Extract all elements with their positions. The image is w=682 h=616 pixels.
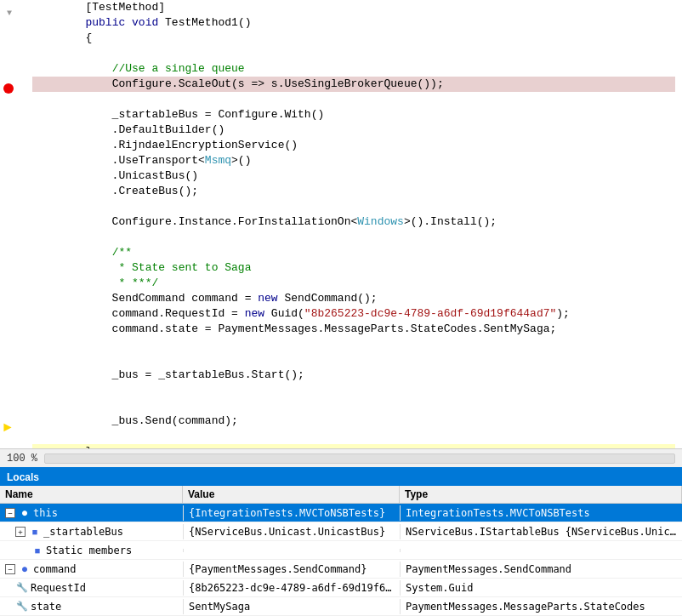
code-line: .RijndaelEncryptionService() (32, 138, 675, 153)
code-line: * State sent to Saga (32, 260, 675, 276)
row-value-startablebus: {NServiceBus.Unicast.UnicastBus} (183, 524, 400, 539)
code-line (32, 199, 675, 214)
row-value-requestid: {8b265223-dc9e-4789-a6df-69d19f644ad7} (183, 580, 400, 596)
locals-rows: − ● this {IntegrationTests.MVCToNSBTests… (0, 504, 682, 616)
locals-header: Locals (0, 469, 682, 486)
code-line: //Use a single queue (32, 61, 675, 77)
code-line: .UseTransport<Msmq>() (32, 153, 675, 168)
row-name-state: 🔧 state (0, 598, 183, 615)
collapse-icon[interactable]: ▼ (7, 9, 12, 18)
code-line (32, 337, 675, 352)
row-type-this: IntegrationTests.MVCToNSBTests (400, 505, 682, 521)
this-icon: ● (18, 506, 31, 520)
state-icon: 🔧 (15, 600, 29, 613)
locals-panel: Locals Name Value Type − ● this {Integra… (0, 467, 682, 616)
locals-table: Name Value Type − ● this {IntegrationTes… (0, 486, 682, 616)
horizontal-scrollbar[interactable] (44, 453, 675, 464)
code-line: .DefaultBuilder() (32, 123, 675, 138)
table-header-row: Name Value Type (0, 486, 682, 504)
table-row[interactable]: − ● this {IntegrationTests.MVCToNSBTests… (0, 504, 682, 522)
code-line: command.RequestId = new Guid("8b265223-d… (32, 306, 675, 322)
row-name-label: RequestId (31, 582, 86, 594)
code-line: .UnicastBus() (32, 168, 675, 184)
code-line: SendCommand command = new SendCommand(); (32, 291, 675, 306)
row-name-startablebus: + ■ _startableBus (0, 523, 183, 540)
code-editor: ▼ ► [TestMethod] public void TestMethod1… (0, 0, 682, 448)
row-name-label: Static members (46, 545, 132, 556)
code-line (32, 398, 675, 414)
row-type-static (400, 549, 682, 552)
requestid-icon: 🔧 (15, 581, 29, 595)
table-row[interactable]: 🔧 state SentMySaga PaymentMessages.Messa… (0, 597, 682, 616)
code-line: command.state = PaymentMessages.MessageP… (32, 322, 675, 337)
code-line (32, 383, 675, 398)
code-lines: [TestMethod] public void TestMethod1() {… (26, 0, 682, 448)
table-row[interactable]: ■ Static members (0, 541, 682, 560)
column-header-value: Value (183, 486, 400, 503)
row-name-label: command (33, 563, 77, 575)
table-row[interactable]: + ■ _startableBus {NServiceBus.Unicast.U… (0, 522, 682, 541)
code-line-current: } (32, 444, 675, 448)
row-value-this: {IntegrationTests.MVCToNSBTests} (183, 505, 400, 521)
editor-gutter: ▼ ► (0, 0, 26, 448)
code-line: Configure.Instance.ForInstallationOn<Win… (32, 214, 675, 230)
row-type-requestid: System.Guid (400, 580, 682, 596)
row-name-label: _startableBus (43, 526, 123, 538)
code-line (32, 429, 675, 444)
execution-arrow: ► (3, 420, 12, 436)
code-line (32, 352, 675, 368)
code-line: _bus = _startableBus.Start(); (32, 368, 675, 383)
row-type-command: PaymentMessages.SendCommand (400, 562, 682, 577)
code-line: * ***/ (32, 276, 675, 291)
code-line: [TestMethod] (32, 0, 675, 15)
zoom-level: 100 % (7, 453, 37, 465)
code-line-highlighted: Configure.ScaleOut(s => s.UseSingleBroke… (32, 77, 675, 92)
row-value-state: SentMySaga (183, 599, 400, 614)
row-type-state: PaymentMessages.MessageParts.StateCodes (400, 599, 682, 614)
expand-button[interactable]: − (5, 508, 15, 518)
row-name-command: − ● command (0, 561, 183, 578)
row-name-this: − ● this (0, 505, 183, 522)
table-row[interactable]: 🔧 RequestId {8b265223-dc9e-4789-a6df-69d… (0, 579, 682, 597)
column-header-name: Name (0, 486, 183, 503)
code-line: _bus.Send(command); (32, 414, 675, 429)
breakpoint-indicator (3, 83, 14, 94)
code-line (32, 92, 675, 107)
static-icon: ■ (31, 544, 44, 557)
startablebus-icon: ■ (28, 525, 42, 539)
expand-button[interactable]: − (5, 564, 15, 574)
code-line: .CreateBus(); (32, 184, 675, 199)
code-line: public void TestMethod1() (32, 15, 675, 31)
row-name-static: ■ Static members (0, 542, 183, 559)
row-value-command: {PaymentMessages.SendCommand} (183, 562, 400, 577)
table-row[interactable]: − ● command {PaymentMessages.SendCommand… (0, 560, 682, 579)
code-line (32, 46, 675, 61)
row-type-startablebus: NServiceBus.IStartableBus {NServiceBus.U… (400, 524, 682, 539)
row-value-static (183, 549, 400, 552)
code-line: _startableBus = Configure.With() (32, 107, 675, 123)
expand-button[interactable]: + (15, 527, 26, 537)
row-name-requestid: 🔧 RequestId (0, 579, 183, 596)
zoom-bar: 100 % (0, 448, 682, 467)
code-line (32, 230, 675, 245)
column-header-type: Type (400, 486, 682, 503)
code-line: { (32, 31, 675, 46)
row-name-label: this (33, 507, 58, 519)
code-line: /** (32, 245, 675, 260)
row-name-label: state (31, 601, 61, 613)
command-icon: ● (18, 562, 31, 576)
